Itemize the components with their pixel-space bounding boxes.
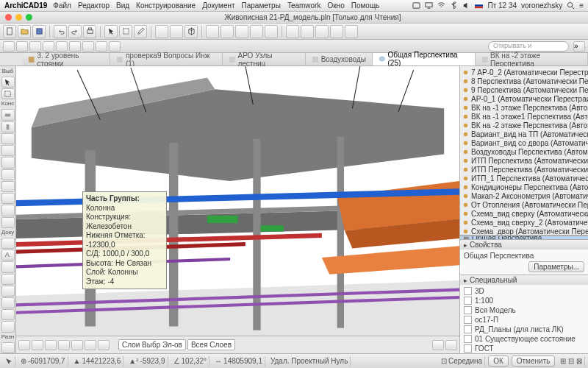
view-item[interactable]: От Отопления (Автоматически Перестраивае… bbox=[460, 200, 588, 209]
3d-viewport[interactable]: Часть Группы: Колонна Конструкция: Желез… bbox=[16, 66, 459, 353]
vp-nav-f[interactable] bbox=[85, 340, 96, 350]
misc-tool[interactable] bbox=[1, 342, 15, 353]
vp-zoom-out[interactable] bbox=[432, 340, 444, 350]
tool-e[interactable] bbox=[345, 25, 358, 38]
menu-construct[interactable]: Конструирование bbox=[136, 1, 196, 10]
vp-nav-d[interactable] bbox=[58, 340, 70, 350]
menu-icon[interactable]: ≡ bbox=[579, 1, 584, 10]
vp-zoom-in[interactable] bbox=[445, 340, 457, 350]
view-item[interactable]: Схема_вид сверху (Автоматически Перестра… bbox=[460, 209, 588, 218]
view-item[interactable]: АР-0_1 (Автоматически Перестраиваемая Мо… bbox=[460, 94, 588, 103]
view-item[interactable]: Кондиционеры Перспектива (Автоматически … bbox=[460, 183, 588, 191]
morph-tool[interactable] bbox=[1, 217, 15, 228]
menu-document[interactable]: Документ bbox=[202, 1, 234, 10]
flag-icon[interactable] bbox=[475, 1, 483, 10]
view-item[interactable]: Макап-2 Аксонометрия (Автоматически Пере… bbox=[460, 191, 588, 200]
tool-c[interactable] bbox=[315, 25, 329, 38]
cube-icon[interactable] bbox=[184, 25, 198, 38]
dim-tool[interactable] bbox=[1, 238, 15, 249]
line-tool[interactable] bbox=[1, 286, 15, 297]
marquee-tool[interactable] bbox=[1, 88, 15, 99]
scale-dropdown[interactable]: Всея Слоев bbox=[187, 339, 235, 350]
tb2-h[interactable] bbox=[96, 41, 107, 52]
beam-tool[interactable] bbox=[1, 133, 15, 144]
label-tool[interactable] bbox=[1, 261, 15, 272]
view-item[interactable]: Схема_вид сверху_2 (Автоматически Перест… bbox=[460, 218, 588, 227]
stair-tool[interactable] bbox=[1, 181, 15, 192]
close-button[interactable] bbox=[5, 14, 12, 21]
group-icon[interactable] bbox=[235, 25, 248, 38]
bluetooth-icon[interactable] bbox=[450, 1, 458, 10]
special-existing[interactable]: 01 Существующее состояние bbox=[464, 334, 584, 344]
snap-mid[interactable]: ⊡ Середина bbox=[439, 356, 485, 367]
info-icon[interactable] bbox=[265, 25, 278, 38]
new-icon[interactable] bbox=[3, 25, 16, 38]
tb2-b[interactable] bbox=[16, 41, 28, 52]
view-item[interactable]: 7 АР-0_2 (Автоматически Перестраиваемая … bbox=[460, 68, 588, 77]
view-item[interactable]: ИТП_1 Перспектива (Автоматически Перестр… bbox=[460, 174, 588, 183]
polyline-tool[interactable] bbox=[1, 309, 15, 320]
marquee-icon[interactable] bbox=[119, 25, 132, 38]
prop-params-button[interactable]: Параметры... bbox=[464, 261, 584, 273]
search-field[interactable]: Открывать и Получить... bbox=[488, 41, 569, 52]
tab-floor[interactable]: 3. 2 уровень стоянки bbox=[22, 53, 110, 66]
arc-tool[interactable] bbox=[1, 297, 15, 308]
tool-a[interactable] bbox=[286, 25, 299, 38]
views-list[interactable]: 7 АР-0_2 (Автоматически Перестраиваемая … bbox=[460, 66, 588, 236]
view-item[interactable]: 8 Перспектива (Автоматически Перестраива… bbox=[460, 77, 588, 85]
expand-icon[interactable]: » bbox=[573, 41, 585, 52]
view-item[interactable]: Вариант_вид на ТП (Автоматически Перестр… bbox=[460, 130, 588, 138]
undo-icon[interactable] bbox=[54, 25, 67, 38]
view-item[interactable]: ИТП Перспектива (Автоматически Перестраи… bbox=[460, 156, 588, 165]
fill-tool[interactable] bbox=[1, 274, 15, 285]
menu-edit[interactable]: Редактор bbox=[78, 1, 110, 10]
vp-nav-a[interactable] bbox=[18, 340, 30, 350]
lock-icon[interactable] bbox=[250, 25, 263, 38]
tab-aro[interactable]: АРО Узлы лестниц bbox=[223, 53, 306, 66]
wifi-icon[interactable] bbox=[437, 1, 445, 10]
arrow-tool-icon[interactable] bbox=[104, 25, 118, 38]
roof-tool[interactable] bbox=[1, 157, 15, 168]
view-item[interactable]: ВК на -1 этаже1 Перспектива (Автоматичес… bbox=[460, 112, 588, 121]
view-item[interactable]: ВК на -2 этаже Перспектива (Автоматическ… bbox=[460, 121, 588, 130]
vp-nav-c[interactable] bbox=[45, 340, 57, 350]
zone-tool[interactable] bbox=[1, 205, 15, 216]
tab-check[interactable]: проверка9 Вопросы Инж (1) bbox=[110, 53, 223, 66]
view-item[interactable]: Воздуховоды Перспектива (Автоматически П… bbox=[460, 147, 588, 156]
align-icon[interactable] bbox=[206, 25, 219, 38]
tb2-a[interactable] bbox=[3, 41, 15, 52]
tb2-i[interactable] bbox=[109, 41, 121, 52]
wall-tool[interactable] bbox=[1, 109, 15, 120]
cancel-button[interactable]: Отменить bbox=[512, 355, 556, 367]
zoom-button[interactable] bbox=[26, 14, 32, 21]
redo-icon[interactable] bbox=[68, 25, 82, 38]
tb2-e[interactable] bbox=[56, 41, 68, 52]
ok-button[interactable]: ОК bbox=[488, 355, 509, 367]
tab-perspective[interactable]: Общая Перспектива (25) bbox=[373, 53, 476, 66]
tb2-g[interactable] bbox=[82, 41, 94, 52]
view-item[interactable]: Вариант_вид со двора (Автоматически Пере… bbox=[460, 138, 588, 147]
status-icons[interactable]: ⊞ ⊟ ⊠ bbox=[558, 356, 585, 367]
tool-d[interactable] bbox=[330, 25, 343, 38]
distribute-icon[interactable] bbox=[220, 25, 234, 38]
view-item[interactable]: Схема_двор (Автоматически Перестраиваема… bbox=[460, 227, 588, 236]
special-scale[interactable]: 1:100 bbox=[464, 296, 584, 305]
tab-vk[interactable]: ВК на -2 этаже Перспектива bbox=[476, 53, 588, 66]
special-gost[interactable]: ГОСТ bbox=[464, 344, 584, 353]
special-model[interactable]: Вся Модель bbox=[464, 305, 584, 315]
clock[interactable]: Пт 12 34 bbox=[487, 1, 517, 10]
display-icon[interactable] bbox=[425, 1, 433, 10]
view-item[interactable]: ИТП Перспектива (Автоматически Перестраи… bbox=[460, 165, 588, 174]
column-tool[interactable] bbox=[1, 121, 15, 132]
vpn-icon[interactable] bbox=[412, 1, 420, 10]
user-name[interactable]: voronezhsky bbox=[521, 1, 562, 10]
tb2-c[interactable] bbox=[29, 41, 41, 52]
save-icon[interactable] bbox=[32, 25, 46, 38]
tb2-f[interactable] bbox=[69, 41, 81, 52]
special-3d[interactable]: 3D bbox=[464, 286, 584, 296]
special-os[interactable]: ос17-П bbox=[464, 315, 584, 325]
view-item[interactable]: ВК на -1 этаже Перспектива (Автоматическ… bbox=[460, 103, 588, 112]
menu-params[interactable]: Параметры bbox=[242, 1, 281, 10]
tab-ducts[interactable]: Воздуховоды bbox=[306, 53, 373, 66]
vp-nav-g[interactable] bbox=[98, 340, 110, 350]
